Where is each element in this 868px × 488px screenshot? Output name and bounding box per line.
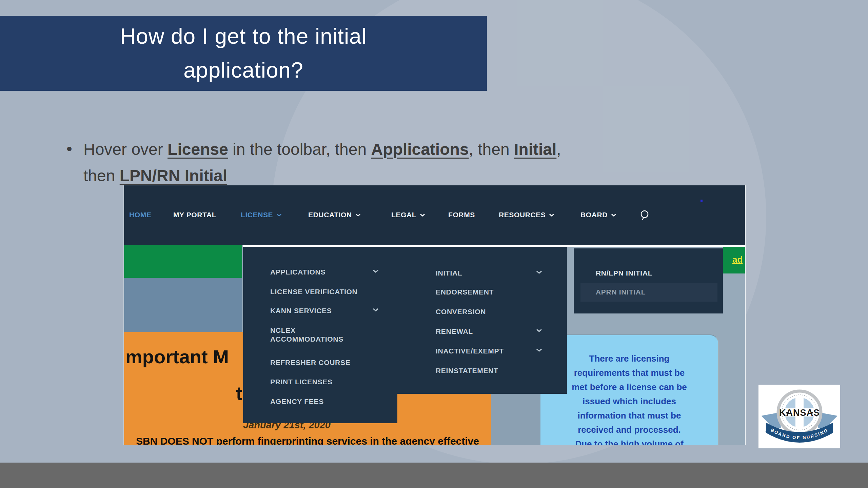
nav-separator-line [243,245,745,247]
menu-item-nclex-accommodations[interactable]: NCLEX ACCOMMODATIONS [270,326,338,344]
chevron-down-icon [420,211,425,219]
info-line: information that must be [540,408,718,423]
ad-link[interactable]: ad [732,255,743,265]
slide-title-box: How do I get to the initial application? [0,16,487,91]
page-green-band [124,245,242,278]
slide-title-line2: application? [0,53,487,87]
bullet-marker: • [66,136,72,162]
menu-item-reinstatement[interactable]: REINSTATEMENT [436,366,498,375]
nav-label: LICENSE [241,211,273,219]
nav-item-home[interactable]: HOME [129,211,151,219]
bullet-line1: Hover over License in the toolbar, then … [83,136,840,163]
initial-submenu: RN/LPN INITIAL APRN INITIAL [574,248,723,313]
announcement-headline-fragment-2: t [236,382,242,404]
license-dropdown-menu: APPLICATIONS LICENSE VERIFICATION KANN S… [243,247,397,423]
nav-label: BOARD [580,211,608,219]
info-line: received and processed. [540,423,718,437]
nav-label: FORMS [448,211,475,219]
bullet-text: then [83,167,120,185]
slide-title-line1: How do I get to the initial [0,19,487,53]
nav-item-forms[interactable]: FORMS [448,211,475,219]
nav-label: LEGAL [391,211,416,219]
menu-item-conversion[interactable]: CONVERSION [436,307,486,316]
licensing-info-box: There are licensing requirements that mu… [540,334,719,445]
cursor-dot [701,200,703,202]
announcement-headline-fragment: mportant M [125,346,229,368]
page-steel-band [124,278,242,332]
nav-item-resources[interactable]: RESOURCES [499,211,554,219]
presentation-slide: How do I get to the initial application?… [0,0,868,488]
menu-item-inactive-exempt[interactable]: INACTIVE/EXEMPT [436,347,504,355]
info-line: issued which includes [540,394,718,408]
nav-item-board[interactable]: BOARD [580,211,616,219]
bullet-text-initial: Initial [514,140,556,158]
nav-label: HOME [129,211,151,219]
bullet-item: • Hover over License in the toolbar, the… [66,136,840,189]
menu-item-refresher-course[interactable]: REFRESHER COURSE [270,358,350,367]
bullet-text: , then [469,140,514,158]
chevron-down-icon [536,347,542,353]
nav-item-legal[interactable]: LEGAL [391,211,425,219]
menu-item-print-licenses[interactable]: PRINT LICENSES [270,378,333,386]
info-line: requirements that must be [540,366,718,380]
bullet-text-license: License [167,140,228,158]
nav-item-education[interactable]: EDUCATION [308,211,361,219]
chevron-down-icon [549,211,554,219]
menu-item-endorsement[interactable]: ENDORSEMENT [436,288,494,297]
chevron-down-icon [611,211,616,219]
menu-item-initial[interactable]: INITIAL [436,269,462,278]
chevron-down-icon [276,211,282,219]
nav-label: EDUCATION [308,211,352,219]
logo-state-text: KANSAS [779,408,820,418]
chevron-down-icon [536,328,542,334]
bullet-text: Hover over [83,140,167,158]
menu-item-agency-fees[interactable]: AGENCY FEES [270,397,324,406]
menu-item-aprn-initial[interactable]: APRN INITIAL [596,288,646,297]
info-line: met before a license can be [540,380,718,394]
nav-label: MY PORTAL [173,211,216,219]
site-nav-bar: HOME MY PORTAL LICENSE EDUCATION LEGAL F… [124,185,745,245]
chevron-down-icon [373,268,379,274]
bullet-text: in the toolbar, then [228,140,371,158]
page-green-band-right: ad [723,246,745,273]
announcement-notice: SBN DOES NOT perform fingerprinting serv… [124,435,491,445]
bullet-text: , [556,140,561,158]
chevron-down-icon [536,269,542,276]
bullet-text-lpn-rn-initial: LPN/RN Initial [120,167,227,185]
chevron-down-icon [373,307,379,313]
menu-item-applications[interactable]: APPLICATIONS [270,268,326,277]
kansas-board-of-nursing-logo: KANSAS BOARD OF NURSING [758,385,840,448]
chevron-down-icon [355,211,361,219]
bottom-bar [0,463,868,488]
menu-item-license-verification[interactable]: LICENSE VERIFICATION [270,287,357,296]
menu-item-rn-lpn-initial[interactable]: RN/LPN INITIAL [596,269,652,278]
applications-submenu: INITIAL ENDORSEMENT CONVERSION RENEWAL I… [397,247,567,394]
bullet-text-applications: Applications [371,140,469,158]
website-screenshot: mportant M t January 21st, 2020 SBN DOES… [123,185,746,445]
nav-item-my-portal[interactable]: MY PORTAL [173,211,216,219]
info-line: Due to the high volume of [540,437,718,445]
nav-label: RESOURCES [499,211,546,219]
nav-item-license[interactable]: LICENSE [241,211,282,219]
search-icon[interactable] [640,210,650,221]
info-line: There are licensing [540,351,718,366]
menu-item-renewal[interactable]: RENEWAL [436,327,473,336]
menu-item-kann-services[interactable]: KANN SERVICES [270,306,332,315]
